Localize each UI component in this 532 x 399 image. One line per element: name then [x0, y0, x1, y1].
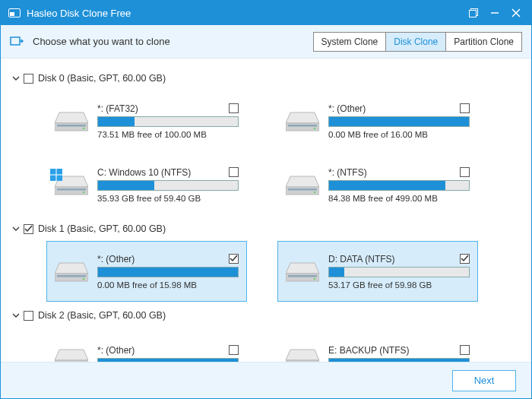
- usage-bar: [97, 116, 239, 127]
- hdd-icon: [55, 346, 88, 362]
- partition-row: *: (Other)E: BACKUP (NTFS): [46, 328, 521, 362]
- disk-header: Disk 0 (Basic, GPT, 60.00 GB): [11, 69, 521, 87]
- partition-card[interactable]: C: Windows 10 (NTFS)35.93 GB free of 59.…: [46, 154, 247, 215]
- partition-checkbox[interactable]: [460, 103, 470, 113]
- clone-icon: [10, 35, 24, 49]
- disk-checkbox[interactable]: [24, 311, 33, 321]
- tab-system-clone[interactable]: System Clone: [314, 33, 387, 51]
- tab-disk-clone[interactable]: Disk Clone: [386, 33, 446, 51]
- partition-card[interactable]: *: (Other)0.00 MB free of 15.98 MB: [46, 241, 247, 302]
- subheader: Choose what you want to clone System Clo…: [1, 25, 531, 59]
- disk-checkbox[interactable]: [24, 74, 33, 84]
- partition-info: *: (FAT32)73.51 MB free of 100.00 MB: [97, 103, 239, 139]
- footer: Next: [1, 362, 531, 398]
- hdd-icon: [286, 259, 319, 283]
- partition-info: *: (Other)0.00 MB free of 15.98 MB: [97, 254, 239, 290]
- close-icon[interactable]: [505, 1, 527, 25]
- partition-free-text: 0.00 MB free of 16.00 MB: [328, 130, 470, 139]
- hdd-icon: [55, 259, 88, 283]
- partition-card[interactable]: *: (NTFS)84.38 MB free of 499.00 MB: [277, 154, 478, 215]
- disk-list: Disk 0 (Basic, GPT, 60.00 GB)*: (FAT32)7…: [1, 59, 531, 362]
- partition-row: *: (FAT32)73.51 MB free of 100.00 MB*: (…: [46, 90, 521, 151]
- chevron-down-icon[interactable]: [11, 311, 21, 320]
- partition-card[interactable]: *: (Other): [46, 328, 247, 362]
- partition-checkbox[interactable]: [229, 254, 239, 264]
- usage-bar: [328, 180, 470, 191]
- partition-name: *: (Other): [97, 345, 135, 356]
- partition-card[interactable]: *: (Other)0.00 MB free of 16.00 MB: [277, 90, 478, 151]
- hdd-icon: [286, 109, 319, 133]
- partition-card[interactable]: D: DATA (NTFS)53.17 GB free of 59.98 GB: [277, 241, 478, 302]
- partition-row: *: (Other)0.00 MB free of 15.98 MBD: DAT…: [46, 241, 521, 302]
- partition-checkbox[interactable]: [229, 345, 239, 355]
- chevron-down-icon[interactable]: [11, 74, 21, 83]
- hdd-icon: [55, 109, 88, 133]
- partition-free-text: 35.93 GB free of 59.40 GB: [97, 194, 239, 203]
- partition-checkbox[interactable]: [229, 103, 239, 113]
- app-logo-icon: [8, 8, 21, 17]
- partition-free-text: 73.51 MB free of 100.00 MB: [97, 130, 239, 139]
- titlebar: Hasleo Disk Clone Free: [1, 1, 531, 25]
- disk-label: Disk 1 (Basic, GPT, 60.00 GB): [38, 223, 166, 234]
- minimize-icon[interactable]: [484, 1, 505, 25]
- partition-checkbox[interactable]: [229, 167, 239, 177]
- partition-info: *: (Other)0.00 MB free of 16.00 MB: [328, 103, 470, 139]
- tab-partition-clone[interactable]: Partition Clone: [446, 33, 521, 51]
- content-area: Disk 0 (Basic, GPT, 60.00 GB)*: (FAT32)7…: [1, 59, 531, 362]
- partition-card[interactable]: E: BACKUP (NTFS): [277, 328, 478, 362]
- partition-free-text: 84.38 MB free of 499.00 MB: [328, 194, 470, 203]
- partition-free-text: 0.00 MB free of 15.98 MB: [97, 280, 239, 290]
- usage-bar: [97, 267, 239, 277]
- chevron-down-icon[interactable]: [11, 224, 21, 233]
- disk-header: Disk 1 (Basic, GPT, 60.00 GB): [11, 220, 521, 238]
- partition-info: C: Windows 10 (NTFS)35.93 GB free of 59.…: [97, 167, 239, 203]
- usage-bar: [97, 180, 239, 191]
- svg-rect-1: [470, 11, 477, 17]
- partition-row: C: Windows 10 (NTFS)35.93 GB free of 59.…: [46, 154, 521, 215]
- disk-label: Disk 2 (Basic, GPT, 60.00 GB): [38, 310, 166, 321]
- partition-name: *: (FAT32): [97, 103, 138, 114]
- app-window: Hasleo Disk Clone Free Choose what you w…: [0, 0, 532, 399]
- disk-label: Disk 0 (Basic, GPT, 60.00 GB): [38, 73, 166, 84]
- hdd-icon: [286, 346, 319, 362]
- disk-checkbox[interactable]: [24, 224, 33, 234]
- svg-rect-5: [11, 37, 20, 45]
- partition-name: *: (Other): [97, 254, 135, 264]
- disk-header: Disk 2 (Basic, GPT, 60.00 GB): [11, 306, 521, 325]
- partition-checkbox[interactable]: [460, 167, 470, 177]
- partition-checkbox[interactable]: [460, 345, 470, 355]
- windows-logo-icon: [50, 169, 62, 181]
- next-button[interactable]: Next: [452, 370, 516, 391]
- restore-down-icon[interactable]: [463, 1, 484, 25]
- partition-name: E: BACKUP (NTFS): [328, 345, 409, 356]
- partition-name: D: DATA (NTFS): [328, 254, 395, 264]
- partition-info: E: BACKUP (NTFS): [328, 345, 470, 363]
- partition-checkbox[interactable]: [460, 254, 470, 264]
- partition-info: *: (Other): [97, 345, 239, 363]
- partition-card[interactable]: *: (FAT32)73.51 MB free of 100.00 MB: [46, 90, 247, 151]
- partition-info: D: DATA (NTFS)53.17 GB free of 59.98 GB: [328, 254, 470, 290]
- subheader-text: Choose what you want to clone: [33, 36, 313, 47]
- app-title: Hasleo Disk Clone Free: [27, 8, 131, 19]
- mode-tabs: System Clone Disk Clone Partition Clone: [313, 32, 522, 52]
- usage-bar: [328, 358, 470, 363]
- partition-name: *: (NTFS): [328, 167, 367, 178]
- partition-name: C: Windows 10 (NTFS): [97, 167, 191, 178]
- usage-bar: [97, 358, 239, 363]
- usage-bar: [328, 116, 470, 127]
- usage-bar: [328, 267, 470, 277]
- partition-info: *: (NTFS)84.38 MB free of 499.00 MB: [328, 167, 470, 203]
- hdd-icon: [286, 173, 319, 197]
- partition-free-text: 53.17 GB free of 59.98 GB: [328, 280, 470, 290]
- partition-name: *: (Other): [328, 103, 366, 114]
